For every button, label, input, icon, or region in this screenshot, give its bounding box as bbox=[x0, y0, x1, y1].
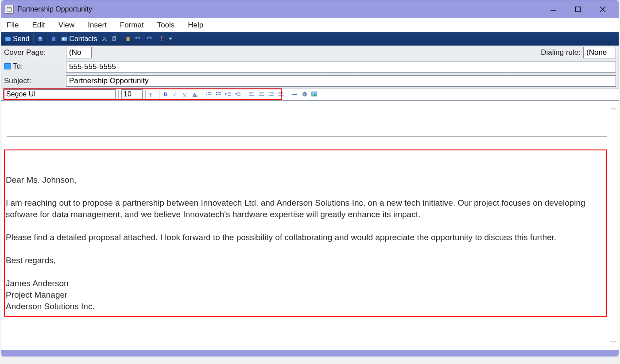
paragraph-style-icon[interactable]: ¶ bbox=[148, 90, 156, 98]
svg-rect-8 bbox=[39, 37, 42, 38]
svg-text:A: A bbox=[193, 92, 196, 96]
svg-text:2: 2 bbox=[206, 94, 207, 96]
titlebar: Partnership Opportunity bbox=[1, 0, 619, 18]
svg-marker-41 bbox=[235, 93, 237, 95]
scroll-up-icon[interactable]: ︿ bbox=[610, 104, 617, 111]
to-button[interactable]: To: bbox=[4, 62, 23, 71]
to-label: To: bbox=[13, 62, 23, 71]
bold-icon[interactable]: B bbox=[162, 90, 170, 98]
align-left-icon[interactable] bbox=[248, 90, 256, 98]
menubar: File Edit View Insert Format Tools Help bbox=[1, 18, 619, 32]
contacts-label: Contacts bbox=[69, 35, 97, 43]
undo-icon[interactable] bbox=[133, 35, 143, 42]
menu-help[interactable]: Help bbox=[185, 20, 206, 31]
bullet-list-icon[interactable] bbox=[215, 90, 223, 98]
priority-dropdown[interactable] bbox=[165, 37, 174, 41]
menu-file[interactable]: File bbox=[4, 20, 21, 31]
addressbook-icon bbox=[4, 63, 11, 69]
format-toolbar: ¶ B I U A 12 bbox=[1, 88, 619, 100]
svg-marker-37 bbox=[225, 93, 227, 95]
svg-point-11 bbox=[63, 38, 65, 40]
svg-point-58 bbox=[303, 92, 307, 96]
font-color-icon[interactable]: A bbox=[191, 90, 199, 98]
dialing-rule-label: Dialing rule: bbox=[541, 48, 581, 57]
body-area: ︿ Dear Ms. Johnson, I am reaching out to… bbox=[1, 101, 619, 350]
header-area: Cover Page: Dialing rule: To: Subject: bbox=[1, 46, 619, 101]
svg-text:U: U bbox=[183, 92, 186, 96]
subject-label: Subject: bbox=[4, 77, 66, 85]
copy-icon[interactable] bbox=[110, 35, 119, 42]
svg-text:¶: ¶ bbox=[149, 92, 152, 97]
svg-point-61 bbox=[313, 93, 314, 94]
svg-rect-9 bbox=[52, 37, 56, 41]
justify-icon[interactable] bbox=[277, 90, 285, 98]
svg-point-33 bbox=[216, 92, 217, 93]
cover-page-label: Cover Page: bbox=[4, 48, 66, 57]
cover-page-select[interactable] bbox=[66, 47, 92, 58]
horizontal-rule bbox=[7, 136, 607, 137]
dialing-rule-select[interactable] bbox=[583, 47, 616, 58]
maximize-button[interactable] bbox=[572, 3, 584, 15]
italic-icon[interactable]: I bbox=[172, 90, 180, 98]
priority-icon[interactable]: ! bbox=[159, 34, 164, 44]
align-right-icon[interactable] bbox=[267, 90, 275, 98]
indent-icon[interactable] bbox=[234, 90, 242, 98]
send-label: Send bbox=[13, 35, 29, 43]
scroll-down-icon[interactable]: ﹀ bbox=[610, 339, 617, 346]
svg-text:B: B bbox=[164, 92, 167, 97]
number-list-icon[interactable]: 12 bbox=[205, 90, 213, 98]
minimize-button[interactable] bbox=[547, 3, 559, 15]
subject-input[interactable] bbox=[66, 75, 616, 87]
contacts-button[interactable]: Contacts bbox=[59, 34, 99, 44]
underline-icon[interactable]: U bbox=[182, 90, 190, 98]
menu-format[interactable]: Format bbox=[117, 20, 147, 31]
paste-icon[interactable] bbox=[124, 35, 132, 42]
fax-compose-window: Partnership Opportunity File Edit View I… bbox=[1, 0, 619, 356]
window-border-bottom bbox=[1, 350, 619, 356]
svg-point-34 bbox=[216, 94, 217, 96]
cut-icon[interactable] bbox=[100, 35, 109, 42]
svg-text:I: I bbox=[174, 92, 176, 97]
save-icon[interactable] bbox=[36, 35, 45, 42]
action-toolbar: Send Contacts ! bbox=[1, 32, 619, 46]
outdent-icon[interactable] bbox=[225, 90, 232, 98]
svg-rect-19 bbox=[127, 36, 128, 37]
address-book-icon[interactable] bbox=[50, 35, 58, 42]
app-icon bbox=[5, 5, 14, 14]
horizontal-rule-icon[interactable] bbox=[291, 90, 299, 98]
menu-tools[interactable]: Tools bbox=[155, 20, 178, 31]
insert-image-icon[interactable] bbox=[310, 90, 318, 98]
menu-insert[interactable]: Insert bbox=[85, 20, 109, 31]
svg-rect-28 bbox=[193, 96, 198, 97]
insert-link-icon[interactable] bbox=[301, 90, 309, 98]
to-input[interactable] bbox=[66, 61, 616, 73]
menu-view[interactable]: View bbox=[56, 20, 78, 31]
message-body[interactable]: Dear Ms. Johnson, I am reaching out to p… bbox=[6, 174, 596, 312]
font-size-select[interactable] bbox=[121, 89, 143, 99]
send-button[interactable]: Send bbox=[3, 34, 31, 44]
close-button[interactable] bbox=[597, 3, 609, 15]
redo-icon[interactable] bbox=[144, 35, 154, 42]
menu-edit[interactable]: Edit bbox=[29, 20, 47, 31]
window-title: Partnership Opportunity bbox=[17, 5, 92, 13]
font-select[interactable] bbox=[3, 89, 116, 99]
align-center-icon[interactable] bbox=[258, 90, 266, 98]
svg-rect-3 bbox=[576, 7, 581, 12]
